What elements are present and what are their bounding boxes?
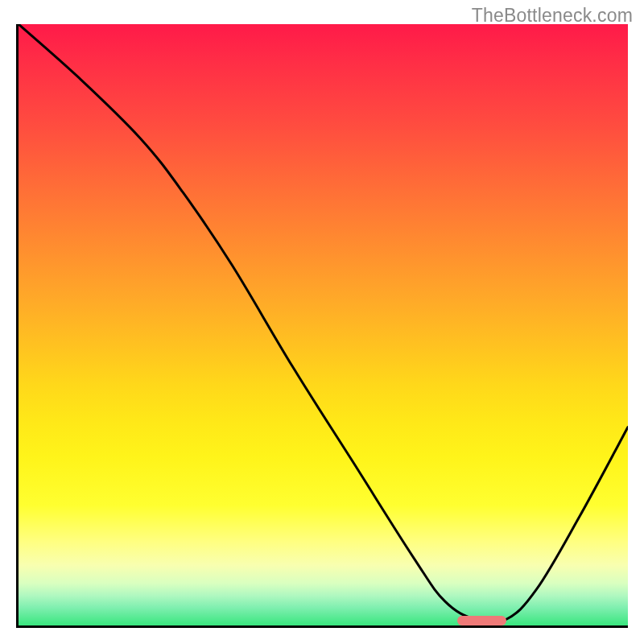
- sweet-spot-marker: [457, 616, 506, 625]
- bottleneck-curve: [19, 24, 628, 623]
- chart-container: TheBottleneck.com: [0, 0, 644, 644]
- plot-area: [16, 24, 628, 628]
- curve-svg: [19, 24, 628, 625]
- watermark-text: TheBottleneck.com: [472, 5, 633, 27]
